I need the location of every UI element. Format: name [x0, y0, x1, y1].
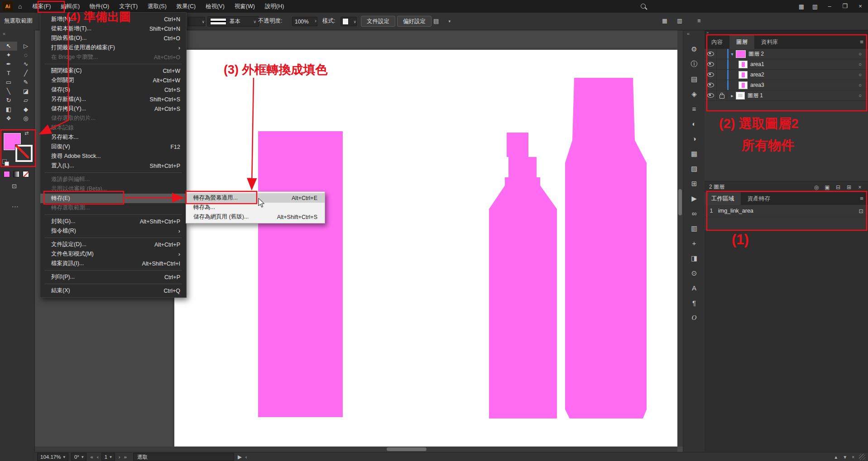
menu-item-print[interactable]: 列印(P)...Ctrl+P	[40, 272, 186, 282]
home-icon[interactable]: ⌂	[18, 3, 22, 10]
lock-toggle[interactable]	[717, 59, 727, 69]
tab-artboards[interactable]: 工作區域	[705, 192, 741, 205]
expand-panels-icon[interactable]: «	[687, 31, 690, 36]
expand-icon[interactable]: ▸	[729, 93, 736, 98]
visibility-toggle[interactable]	[705, 59, 717, 69]
tab-asset-export[interactable]: 資產轉存	[741, 192, 777, 205]
minimize-button[interactable]: –	[822, 0, 837, 13]
vertical-scrollbar-thumb[interactable]	[678, 189, 682, 215]
actions-panel-icon[interactable]: ▶	[683, 191, 705, 206]
target-icon[interactable]: ○	[858, 72, 862, 77]
tab-layers[interactable]: 圖層	[729, 35, 754, 49]
menu-item-new[interactable]: 新增(N)...Ctrl+N	[40, 14, 186, 24]
layer-row-layer2[interactable]: ▾ 圖層 2 ○	[705, 49, 868, 59]
hand-tool[interactable]: ❖	[0, 114, 17, 123]
color-mode-fill[interactable]	[4, 171, 10, 177]
paragraph-panel-icon[interactable]: ¶	[683, 295, 705, 310]
preferences-button[interactable]: 偏好設定	[397, 16, 432, 27]
color-panel-icon[interactable]: ◐	[683, 116, 705, 131]
panel-collapse-strip[interactable]: »	[705, 30, 868, 35]
shape-area1[interactable]	[258, 131, 343, 417]
target-icon[interactable]: ○	[858, 62, 862, 67]
menu-item-revert[interactable]: 回復(V)F12	[40, 142, 186, 152]
resize-grip[interactable]	[859, 454, 865, 460]
menu-edit[interactable]: 編輯(E)	[56, 0, 85, 13]
menu-item-open-recent[interactable]: 打開最近使用過的檔案(F)›	[40, 43, 186, 52]
menu-item-close[interactable]: 關閉檔案(C)Ctrl+W	[40, 66, 186, 76]
menu-item-place[interactable]: 置入(L)...Shift+Ctrl+P	[40, 161, 186, 171]
rectangle-tool[interactable]: ▭	[0, 78, 17, 87]
paintbrush-tool[interactable]: ✎	[17, 78, 34, 87]
menu-item-new-from-template[interactable]: 從範本新增(T)...Shift+Ctrl+N	[40, 24, 186, 33]
panel-down-icon[interactable]: ▼	[843, 455, 847, 460]
menu-item-package[interactable]: 封裝(G)...Alt+Shift+Ctrl+P	[40, 217, 186, 226]
swatches-panel-icon[interactable]: ▦	[683, 146, 705, 161]
layer-name[interactable]: 圖層 2	[748, 50, 764, 58]
asset-export-panel-icon[interactable]: +	[683, 236, 705, 251]
tab-properties[interactable]: 內容	[705, 35, 729, 49]
object-thumbnail[interactable]	[739, 81, 748, 89]
horizontal-scrollbar[interactable]	[34, 447, 677, 452]
zoom-tool[interactable]: ◎	[17, 114, 34, 123]
collapse-toolbar-icon[interactable]: «	[3, 31, 5, 36]
object-thumbnail[interactable]	[739, 71, 748, 79]
more-tools-button[interactable]: ...	[12, 201, 19, 209]
color-guide-panel-icon[interactable]: ◑	[683, 131, 705, 146]
submenu-item-export-for-screens[interactable]: 轉存為螢幕適用...Alt+Ctrl+E	[186, 193, 325, 203]
line-segment-tool[interactable]: ╱	[17, 69, 34, 78]
pencil-tool[interactable]: ╲	[0, 87, 17, 96]
close-button[interactable]: ×	[853, 0, 868, 13]
magic-wand-tool[interactable]: ✦	[0, 51, 17, 60]
lock-toggle[interactable]	[717, 49, 727, 59]
stroke-color-swatch[interactable]	[15, 145, 33, 162]
grid-view-icon[interactable]: ▦	[662, 13, 667, 29]
appearance-panel-icon[interactable]: ◈	[683, 86, 705, 101]
menu-select[interactable]: 選取(S)	[143, 0, 172, 13]
artboard-name[interactable]: img_link_area	[718, 208, 753, 214]
gradient-panel-icon[interactable]: ◨	[683, 251, 705, 266]
delete-layer-icon[interactable]: ×	[854, 184, 865, 190]
direct-selection-tool[interactable]: ▷	[17, 42, 34, 51]
visibility-toggle[interactable]	[705, 49, 717, 59]
layer-row-area2[interactable]: area2 ○	[705, 70, 868, 80]
links-panel-icon[interactable]: ∞	[683, 206, 705, 221]
artboard-number-dropdown[interactable]: 1 ▾	[101, 453, 115, 461]
opacity-stepper-icon[interactable]: ›	[315, 13, 317, 29]
menu-item-export[interactable]: 轉存(E)›	[40, 194, 186, 203]
opentype-panel-icon[interactable]: O	[683, 310, 705, 325]
first-artboard-icon[interactable]: «	[90, 454, 93, 460]
pen-tool[interactable]: ✒	[0, 60, 17, 69]
opacity-field[interactable]: 100%	[292, 17, 317, 26]
panel-list-icon[interactable]: ≡	[697, 13, 700, 29]
variables-panel-icon[interactable]: ▤	[683, 71, 705, 86]
panel-delete-icon[interactable]: ×	[852, 455, 854, 460]
lock-toggle[interactable]	[717, 90, 727, 100]
panel-menu-icon[interactable]: ≡	[855, 35, 868, 49]
menu-help[interactable]: 說明(H)	[260, 0, 289, 13]
menu-object[interactable]: 物件(O)	[85, 0, 114, 13]
mini-dropdown[interactable]: ∨	[188, 17, 205, 26]
layer-name[interactable]: 圖層 1	[748, 92, 763, 100]
visibility-toggle[interactable]	[705, 80, 717, 90]
lock-toggle[interactable]	[717, 70, 727, 80]
vertical-scrollbar[interactable]	[677, 30, 683, 447]
play-icon[interactable]: ▶	[238, 454, 242, 460]
drawing-mode-icon[interactable]: ⊡	[12, 183, 17, 190]
layer-thumbnail[interactable]	[736, 92, 745, 100]
target-icon[interactable]: ○	[858, 93, 862, 98]
gradient-tool[interactable]: ◧	[0, 105, 17, 114]
panel-up-icon[interactable]: ▲	[834, 455, 838, 460]
zoom-dropdown[interactable]: 104.17% ▾	[37, 453, 68, 461]
workspace-switcher-icon[interactable]: ▦	[795, 3, 808, 10]
submenu-item-export-as[interactable]: 轉存為...	[186, 203, 325, 212]
document-setup-button[interactable]: 文件設定	[361, 16, 395, 27]
previous-artboard-icon[interactable]: ‹	[97, 454, 99, 460]
menu-item-exit[interactable]: 結束(X)Ctrl+Q	[40, 286, 186, 295]
snap-options-icon[interactable]: ▥	[677, 13, 682, 29]
curvature-tool[interactable]: ∿	[17, 60, 34, 69]
horizontal-scrollbar-thumb[interactable]	[387, 447, 427, 451]
layout-icon[interactable]: ▥	[808, 3, 822, 10]
layer-row-area3[interactable]: area3 ○	[705, 80, 868, 90]
menu-item-open[interactable]: 開啟舊檔(O)...Ctrl+O	[40, 33, 186, 43]
menu-view[interactable]: 檢視(V)	[201, 0, 230, 13]
